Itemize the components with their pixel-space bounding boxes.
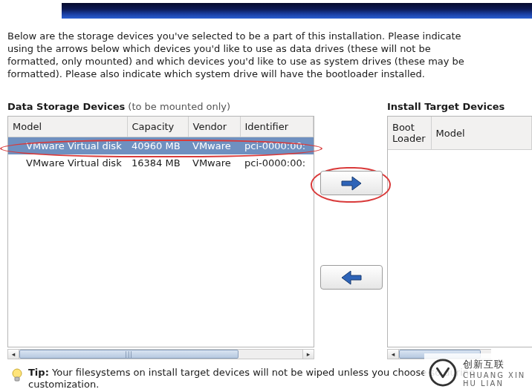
arrow-right-icon [340,175,363,192]
tip-body: Your filesystems on install target devic… [28,367,475,390]
cell-vendor: VMware [188,137,240,155]
lightbulb-icon [12,368,22,383]
watermark: 创新互联 CHUANG XIN HU LIAN [424,353,532,392]
cell-identifier: pci-0000:00: [240,137,314,155]
install-target-table[interactable]: Boot Loader Model [387,116,532,347]
watermark-subtext: CHUANG XIN HU LIAN [463,371,532,388]
table-row[interactable]: VMware Virtual disk 16384 MB VMware pci-… [8,154,314,172]
col-capacity[interactable]: Capacity [127,117,188,137]
svg-point-2 [430,360,455,385]
scroll-right-icon[interactable]: ▸ [302,350,314,359]
col-identifier[interactable]: Identifier [240,117,314,137]
scroll-thumb[interactable]: ||| [19,350,239,359]
cell-model: VMware Virtual disk [8,137,127,155]
table-header-row: Model Capacity Vendor Identifier [8,117,314,137]
move-left-button[interactable] [320,265,383,290]
arrow-left-icon [340,270,363,286]
svg-rect-1 [15,377,19,381]
tip-label: Tip: [28,367,49,378]
left-table-scrollbar[interactable]: ◂ ||| ▸ [7,349,314,359]
scroll-left-icon[interactable]: ◂ [8,350,19,359]
watermark-logo-icon [429,359,457,387]
col-vendor[interactable]: Vendor [188,117,240,137]
col-boot-loader[interactable]: Boot Loader [388,117,431,150]
table-row[interactable]: VMware Virtual disk 40960 MB VMware pci-… [8,137,314,155]
header-band [62,3,532,19]
col-model[interactable]: Model [8,117,127,137]
watermark-text: 创新互联 [463,358,532,371]
install-target-heading: Install Target Devices [387,101,505,112]
cell-capacity: 16384 MB [127,154,188,172]
svg-point-0 [13,369,22,378]
scroll-left-icon[interactable]: ◂ [388,350,399,359]
col-model[interactable]: Model [431,117,532,150]
intro-text: Below are the storage devices you've sel… [7,30,483,80]
data-storage-title: Data Storage Devices [7,101,125,112]
scroll-track[interactable]: ||| [19,350,302,359]
cell-identifier: pci-0000:00: [240,154,314,172]
data-storage-heading: Data Storage Devices (to be mounted only… [7,101,230,112]
cell-model: VMware Virtual disk [8,154,127,172]
cell-capacity: 40960 MB [127,137,188,155]
data-storage-table[interactable]: Model Capacity Vendor Identifier VMware … [7,116,314,347]
data-storage-subtitle: (to be mounted only) [125,101,230,112]
cell-vendor: VMware [188,154,240,172]
move-right-button[interactable] [320,171,383,195]
table-header-row: Boot Loader Model [388,117,532,150]
